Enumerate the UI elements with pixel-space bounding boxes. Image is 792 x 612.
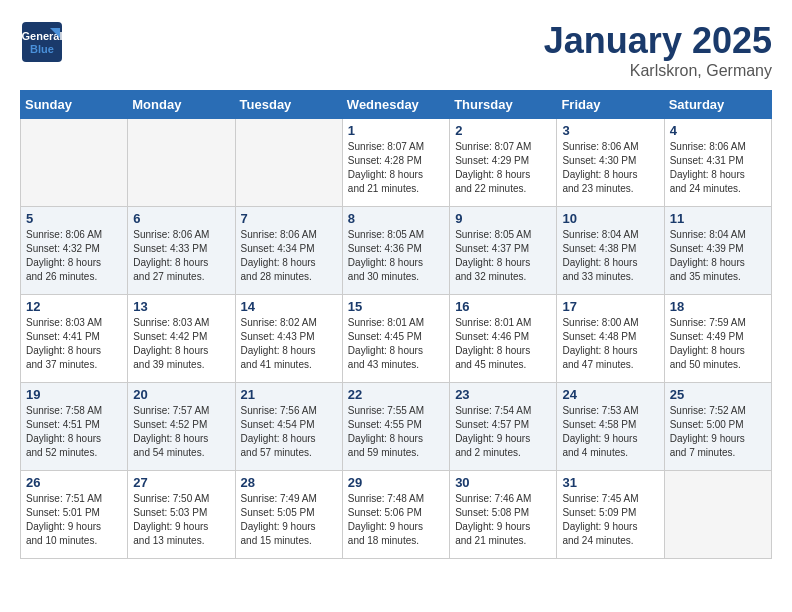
day-number: 6 [133,211,229,226]
table-row: 10Sunrise: 8:04 AM Sunset: 4:38 PM Dayli… [557,207,664,295]
col-monday: Monday [128,91,235,119]
svg-text:Blue: Blue [30,43,54,55]
day-number: 14 [241,299,337,314]
day-number: 2 [455,123,551,138]
table-row: 13Sunrise: 8:03 AM Sunset: 4:42 PM Dayli… [128,295,235,383]
day-number: 11 [670,211,766,226]
table-row: 19Sunrise: 7:58 AM Sunset: 4:51 PM Dayli… [21,383,128,471]
day-number: 21 [241,387,337,402]
day-info: Sunrise: 8:02 AM Sunset: 4:43 PM Dayligh… [241,316,337,372]
table-row [21,119,128,207]
table-row: 3Sunrise: 8:06 AM Sunset: 4:30 PM Daylig… [557,119,664,207]
day-info: Sunrise: 8:01 AM Sunset: 4:46 PM Dayligh… [455,316,551,372]
logo-icon: General Blue [20,20,64,64]
table-row: 11Sunrise: 8:04 AM Sunset: 4:39 PM Dayli… [664,207,771,295]
day-number: 29 [348,475,444,490]
day-number: 10 [562,211,658,226]
calendar-title: January 2025 [544,20,772,62]
table-row: 1Sunrise: 8:07 AM Sunset: 4:28 PM Daylig… [342,119,449,207]
day-info: Sunrise: 8:05 AM Sunset: 4:37 PM Dayligh… [455,228,551,284]
col-friday: Friday [557,91,664,119]
day-info: Sunrise: 7:48 AM Sunset: 5:06 PM Dayligh… [348,492,444,548]
day-number: 8 [348,211,444,226]
table-row: 20Sunrise: 7:57 AM Sunset: 4:52 PM Dayli… [128,383,235,471]
table-row: 16Sunrise: 8:01 AM Sunset: 4:46 PM Dayli… [450,295,557,383]
day-info: Sunrise: 7:58 AM Sunset: 4:51 PM Dayligh… [26,404,122,460]
day-number: 3 [562,123,658,138]
calendar-week-row: 19Sunrise: 7:58 AM Sunset: 4:51 PM Dayli… [21,383,772,471]
day-info: Sunrise: 7:56 AM Sunset: 4:54 PM Dayligh… [241,404,337,460]
table-row: 7Sunrise: 8:06 AM Sunset: 4:34 PM Daylig… [235,207,342,295]
table-row [664,471,771,559]
calendar-week-row: 12Sunrise: 8:03 AM Sunset: 4:41 PM Dayli… [21,295,772,383]
table-row: 4Sunrise: 8:06 AM Sunset: 4:31 PM Daylig… [664,119,771,207]
day-number: 13 [133,299,229,314]
day-info: Sunrise: 8:06 AM Sunset: 4:34 PM Dayligh… [241,228,337,284]
table-row: 29Sunrise: 7:48 AM Sunset: 5:06 PM Dayli… [342,471,449,559]
day-number: 9 [455,211,551,226]
table-row: 14Sunrise: 8:02 AM Sunset: 4:43 PM Dayli… [235,295,342,383]
day-info: Sunrise: 7:54 AM Sunset: 4:57 PM Dayligh… [455,404,551,460]
table-row: 31Sunrise: 7:45 AM Sunset: 5:09 PM Dayli… [557,471,664,559]
day-info: Sunrise: 7:45 AM Sunset: 5:09 PM Dayligh… [562,492,658,548]
day-info: Sunrise: 7:49 AM Sunset: 5:05 PM Dayligh… [241,492,337,548]
day-info: Sunrise: 8:05 AM Sunset: 4:36 PM Dayligh… [348,228,444,284]
table-row: 6Sunrise: 8:06 AM Sunset: 4:33 PM Daylig… [128,207,235,295]
day-number: 7 [241,211,337,226]
table-row: 15Sunrise: 8:01 AM Sunset: 4:45 PM Dayli… [342,295,449,383]
day-info: Sunrise: 7:50 AM Sunset: 5:03 PM Dayligh… [133,492,229,548]
day-info: Sunrise: 8:07 AM Sunset: 4:29 PM Dayligh… [455,140,551,196]
logo: General Blue [20,20,64,64]
day-info: Sunrise: 8:06 AM Sunset: 4:30 PM Dayligh… [562,140,658,196]
calendar-subtitle: Karlskron, Germany [544,62,772,80]
day-number: 4 [670,123,766,138]
calendar-body: 1Sunrise: 8:07 AM Sunset: 4:28 PM Daylig… [21,119,772,559]
day-number: 24 [562,387,658,402]
table-row: 25Sunrise: 7:52 AM Sunset: 5:00 PM Dayli… [664,383,771,471]
day-info: Sunrise: 7:52 AM Sunset: 5:00 PM Dayligh… [670,404,766,460]
day-number: 22 [348,387,444,402]
day-number: 30 [455,475,551,490]
day-info: Sunrise: 8:04 AM Sunset: 4:38 PM Dayligh… [562,228,658,284]
day-number: 27 [133,475,229,490]
page-header: General Blue January 2025 Karlskron, Ger… [20,20,772,80]
day-info: Sunrise: 8:00 AM Sunset: 4:48 PM Dayligh… [562,316,658,372]
calendar-week-row: 26Sunrise: 7:51 AM Sunset: 5:01 PM Dayli… [21,471,772,559]
day-info: Sunrise: 7:53 AM Sunset: 4:58 PM Dayligh… [562,404,658,460]
day-info: Sunrise: 8:06 AM Sunset: 4:32 PM Dayligh… [26,228,122,284]
day-info: Sunrise: 8:03 AM Sunset: 4:42 PM Dayligh… [133,316,229,372]
day-info: Sunrise: 7:46 AM Sunset: 5:08 PM Dayligh… [455,492,551,548]
day-info: Sunrise: 8:06 AM Sunset: 4:31 PM Dayligh… [670,140,766,196]
day-number: 23 [455,387,551,402]
table-row: 8Sunrise: 8:05 AM Sunset: 4:36 PM Daylig… [342,207,449,295]
day-number: 1 [348,123,444,138]
table-row: 28Sunrise: 7:49 AM Sunset: 5:05 PM Dayli… [235,471,342,559]
day-info: Sunrise: 7:59 AM Sunset: 4:49 PM Dayligh… [670,316,766,372]
calendar-week-row: 1Sunrise: 8:07 AM Sunset: 4:28 PM Daylig… [21,119,772,207]
day-number: 26 [26,475,122,490]
table-row: 5Sunrise: 8:06 AM Sunset: 4:32 PM Daylig… [21,207,128,295]
col-wednesday: Wednesday [342,91,449,119]
day-number: 17 [562,299,658,314]
day-number: 16 [455,299,551,314]
calendar-header-row: Sunday Monday Tuesday Wednesday Thursday… [21,91,772,119]
day-info: Sunrise: 7:55 AM Sunset: 4:55 PM Dayligh… [348,404,444,460]
table-row: 30Sunrise: 7:46 AM Sunset: 5:08 PM Dayli… [450,471,557,559]
table-row: 12Sunrise: 8:03 AM Sunset: 4:41 PM Dayli… [21,295,128,383]
day-info: Sunrise: 8:01 AM Sunset: 4:45 PM Dayligh… [348,316,444,372]
day-info: Sunrise: 7:51 AM Sunset: 5:01 PM Dayligh… [26,492,122,548]
col-saturday: Saturday [664,91,771,119]
calendar-table: Sunday Monday Tuesday Wednesday Thursday… [20,90,772,559]
col-tuesday: Tuesday [235,91,342,119]
table-row: 21Sunrise: 7:56 AM Sunset: 4:54 PM Dayli… [235,383,342,471]
day-number: 12 [26,299,122,314]
table-row: 26Sunrise: 7:51 AM Sunset: 5:01 PM Dayli… [21,471,128,559]
col-thursday: Thursday [450,91,557,119]
day-number: 19 [26,387,122,402]
title-area: January 2025 Karlskron, Germany [544,20,772,80]
day-number: 18 [670,299,766,314]
table-row: 24Sunrise: 7:53 AM Sunset: 4:58 PM Dayli… [557,383,664,471]
day-number: 15 [348,299,444,314]
table-row [235,119,342,207]
table-row: 2Sunrise: 8:07 AM Sunset: 4:29 PM Daylig… [450,119,557,207]
